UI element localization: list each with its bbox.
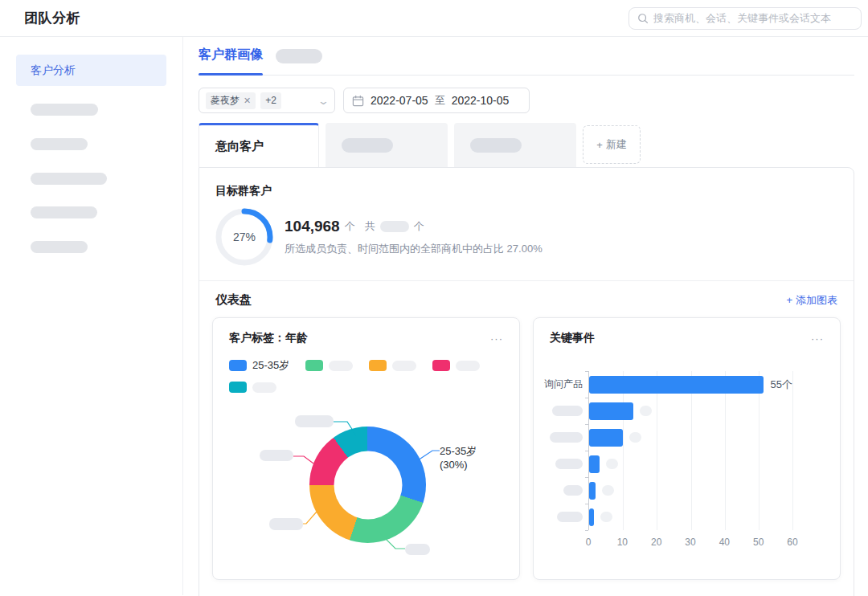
- chevron-down-icon: ⌄: [317, 95, 330, 107]
- plus-icon: +: [596, 139, 603, 151]
- legend-swatch: [305, 360, 323, 371]
- donut-label-placeholder: [295, 415, 334, 427]
- tab-placeholder-label: [342, 138, 393, 153]
- sidebar-item-placeholder[interactable]: [31, 206, 97, 218]
- count-unit: 个: [345, 219, 355, 234]
- dashboard-title: 仪表盘: [215, 292, 252, 308]
- legend-item[interactable]: 25-35岁: [229, 358, 289, 373]
- bar-row: 55个: [589, 371, 792, 398]
- member-select[interactable]: 菱夜梦 ✕ +2 ⌄: [199, 88, 335, 113]
- key-events-ylabels: 询问产品: [550, 371, 588, 551]
- axis-tick: [585, 424, 588, 425]
- segment-tab-bar: 意向客户 + 新建: [199, 123, 854, 167]
- bar-row: [589, 504, 792, 530]
- search-icon: [637, 13, 649, 24]
- bar[interactable]: [589, 402, 633, 420]
- card-title: 客户标签：年龄: [229, 331, 308, 345]
- sidebar-item-customer-analysis[interactable]: 客户分析: [16, 55, 166, 86]
- axis-tick: [585, 530, 588, 531]
- sidebar: 客户分析: [0, 37, 183, 595]
- tab-placeholder-label: [470, 138, 522, 153]
- target-group-title: 目标群客户: [215, 184, 837, 198]
- global-search[interactable]: [628, 7, 862, 30]
- tab-placeholder[interactable]: [276, 49, 322, 63]
- donut-label-placeholder: [405, 544, 430, 555]
- bar-value-placeholder: [606, 459, 618, 469]
- card-customer-tag-age: 客户标签：年龄 ··· 25-35岁: [212, 317, 520, 580]
- filter-row: 菱夜梦 ✕ +2 ⌄ 2022-07-05 至 2022-10-05: [199, 88, 854, 113]
- bar[interactable]: [589, 455, 600, 473]
- axis-tick: [585, 451, 588, 451]
- axis-tick: [585, 477, 588, 478]
- bar[interactable]: [589, 482, 596, 500]
- tab-intent-customers[interactable]: 意向客户: [199, 123, 319, 167]
- legend-label-placeholder: [252, 382, 276, 393]
- bar-row: [589, 424, 792, 451]
- bar[interactable]: [589, 376, 764, 394]
- legend-label-placeholder: [456, 361, 480, 371]
- search-input[interactable]: [653, 12, 853, 24]
- legend-label-placeholder: [392, 361, 416, 371]
- total-value-placeholder: [380, 221, 409, 232]
- date-range-picker[interactable]: 2022-07-05 至 2022-10-05: [343, 88, 530, 113]
- sidebar-item-placeholder[interactable]: [31, 241, 88, 253]
- bar-category-label: 询问产品: [550, 371, 588, 398]
- new-segment-button[interactable]: + 新建: [583, 125, 641, 164]
- legend-label: 25-35岁: [252, 358, 289, 373]
- donut-label-placeholder: [269, 518, 303, 530]
- age-donut-legend: 25-35岁: [229, 358, 503, 393]
- member-chip-label: 菱夜梦: [211, 94, 240, 108]
- legend-swatch: [229, 382, 247, 393]
- gauge-percent-label: 27%: [215, 208, 273, 266]
- more-options-icon[interactable]: ···: [811, 333, 824, 344]
- gridline: [792, 371, 793, 530]
- legend-item[interactable]: [432, 358, 480, 373]
- target-count: 104,968: [285, 218, 340, 235]
- donut-label-placeholder: [260, 450, 293, 461]
- x-tick-label: 10: [617, 537, 628, 548]
- bar-value-placeholder: [640, 406, 652, 416]
- sidebar-item-placeholder[interactable]: [31, 138, 88, 150]
- new-segment-label: 新建: [606, 137, 627, 152]
- age-donut-plot: 25-35岁(30%): [229, 398, 503, 568]
- tab-placeholder[interactable]: [326, 123, 448, 167]
- legend-item[interactable]: [369, 358, 416, 373]
- bar-row: [589, 451, 792, 477]
- axis-tick: [585, 371, 588, 372]
- bar-row: [589, 477, 792, 504]
- remove-member-icon[interactable]: ✕: [244, 96, 251, 106]
- target-group-block: 目标群客户 27% 104,968 个 共: [199, 168, 854, 280]
- sidebar-item-placeholder[interactable]: [31, 173, 107, 185]
- total-unit: 个: [414, 219, 424, 234]
- sidebar-item-label: 客户分析: [31, 63, 76, 78]
- calendar-icon: [352, 95, 364, 107]
- donut-callout-label: 25-35岁(30%): [440, 444, 503, 471]
- total-label: 共: [365, 219, 375, 234]
- bar-category-label: [550, 451, 588, 477]
- axis-tick: [585, 504, 588, 504]
- target-percent-gauge: 27%: [215, 208, 273, 266]
- x-tick-label: 0: [586, 537, 592, 548]
- card-key-events: 关键事件 ··· 询问产品 55个 0102030405060: [533, 317, 841, 580]
- tab-placeholder[interactable]: [454, 123, 576, 167]
- bar-row: [589, 398, 792, 424]
- sidebar-item-placeholder[interactable]: [31, 104, 98, 116]
- legend-item[interactable]: [229, 382, 276, 393]
- more-options-icon[interactable]: ···: [490, 333, 503, 344]
- tab-customer-group-portrait[interactable]: 客户群画像: [199, 47, 263, 75]
- add-chart-label: 添加图表: [796, 293, 837, 308]
- content-panel: 目标群客户 27% 104,968 个 共: [199, 167, 854, 596]
- date-end: 2022-10-05: [452, 94, 510, 107]
- legend-swatch: [229, 360, 247, 371]
- bar[interactable]: [589, 429, 623, 447]
- legend-swatch: [369, 360, 387, 371]
- bar-value-placeholder: [602, 485, 614, 496]
- main-content: 客户群画像 菱夜梦 ✕ +2 ⌄ 2022-07-05 至: [183, 37, 868, 595]
- add-chart-button[interactable]: + 添加图表: [786, 293, 837, 308]
- member-extra-count-chip: +2: [260, 92, 281, 109]
- page-tab-bar: 客户群画像: [199, 47, 854, 76]
- bar[interactable]: [589, 508, 594, 526]
- legend-item[interactable]: [305, 358, 353, 373]
- donut-callout-lines: [229, 398, 503, 568]
- axis-tick: [585, 398, 588, 398]
